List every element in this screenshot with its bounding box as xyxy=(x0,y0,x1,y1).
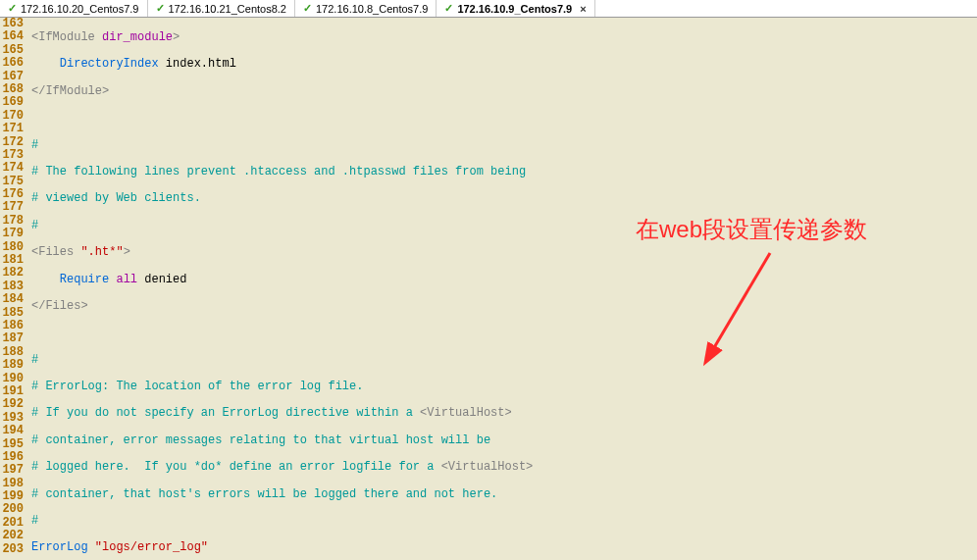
check-icon: ✓ xyxy=(156,2,165,15)
code-line: # xyxy=(31,220,977,232)
line-number-gutter: 1631641651661671681691701711721731741751… xyxy=(0,18,27,560)
tab-host-21[interactable]: ✓172.16.10.21_Centos8.2 xyxy=(148,0,296,17)
code-line: Require all denied xyxy=(31,274,977,286)
code-line: </Files> xyxy=(31,300,977,313)
code-line xyxy=(31,327,977,339)
tab-bar: ✓172.16.10.20_Centos7.9 ✓172.16.10.21_Ce… xyxy=(0,0,977,18)
code-line: <Files ".ht*"> xyxy=(31,246,977,259)
code-line: # viewed by Web clients. xyxy=(31,192,977,205)
check-icon: ✓ xyxy=(8,2,17,15)
code-line: # If you do not specify an ErrorLog dire… xyxy=(31,407,977,420)
code-line: </IfModule> xyxy=(31,85,977,98)
code-line: # xyxy=(31,139,977,152)
tab-host-9[interactable]: ✓172.16.10.9_Centos7.9× xyxy=(437,0,594,17)
tab-host-20[interactable]: ✓172.16.10.20_Centos7.9 xyxy=(0,0,148,17)
tab-label: 172.16.10.8_Centos7.9 xyxy=(316,3,428,15)
code-line: ErrorLog "logs/error_log" xyxy=(31,541,977,554)
tab-label: 172.16.10.9_Centos7.9 xyxy=(457,3,572,15)
code-line: # The following lines prevent .htaccess … xyxy=(31,166,977,178)
code-line: # ErrorLog: The location of the error lo… xyxy=(31,381,977,393)
code-line: # xyxy=(31,354,977,367)
code-line: # container, that host's errors will be … xyxy=(31,488,977,501)
code-line: # container, error messages relating to … xyxy=(31,434,977,447)
code-editor[interactable]: 1631641651661671681691701711721731741751… xyxy=(0,18,977,560)
tab-label: 172.16.10.20_Centos7.9 xyxy=(21,3,139,15)
check-icon: ✓ xyxy=(303,2,312,15)
code-area[interactable]: <IfModule dir_module> DirectoryIndex ind… xyxy=(27,18,977,560)
tab-label: 172.16.10.21_Centos8.2 xyxy=(169,3,287,15)
code-line: <IfModule dir_module> xyxy=(31,31,977,44)
close-icon[interactable]: × xyxy=(580,3,586,15)
code-line: DirectoryIndex index.html xyxy=(31,58,977,71)
code-line xyxy=(31,112,977,125)
code-line: # logged here. If you *do* define an err… xyxy=(31,461,977,474)
code-line: # xyxy=(31,515,977,528)
check-icon: ✓ xyxy=(444,2,453,15)
tab-host-8[interactable]: ✓172.16.10.8_Centos7.9 xyxy=(295,0,437,17)
